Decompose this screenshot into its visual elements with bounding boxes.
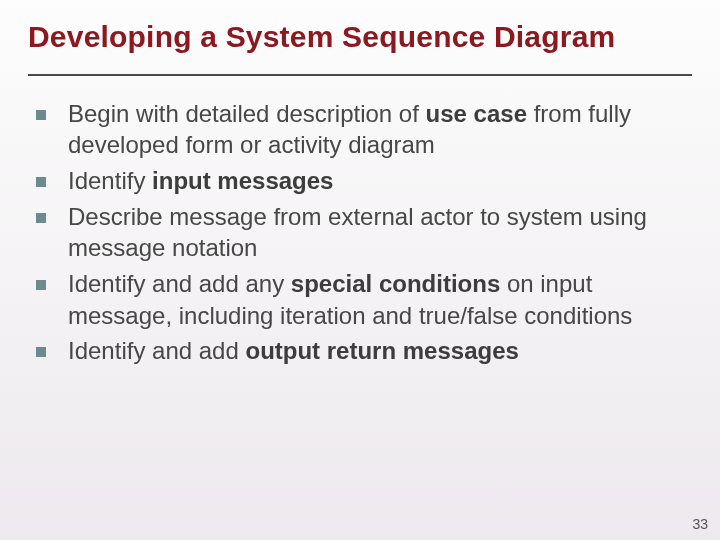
text-pre: Begin with detailed description of [68, 100, 426, 127]
text-pre: Identify and add [68, 337, 245, 364]
text-bold: use case [426, 100, 527, 127]
list-item-text: Identify input messages [68, 165, 690, 197]
list-item: Begin with detailed description of use c… [36, 98, 690, 161]
text-pre: Describe message from external actor to … [68, 203, 647, 262]
list-item-text: Describe message from external actor to … [68, 201, 690, 264]
text-bold: output return messages [245, 337, 518, 364]
slide-title: Developing a System Sequence Diagram [28, 18, 692, 56]
text-bold: special conditions [291, 270, 500, 297]
slide-body: Begin with detailed description of use c… [28, 98, 692, 367]
text-pre: Identify [68, 167, 152, 194]
slide: Developing a System Sequence Diagram Beg… [0, 0, 720, 367]
list-item: Identify input messages [36, 165, 690, 197]
list-item: Describe message from external actor to … [36, 201, 690, 264]
page-number: 33 [692, 516, 708, 532]
square-bullet-icon [36, 213, 46, 223]
list-item-text: Begin with detailed description of use c… [68, 98, 690, 161]
list-item-text: Identify and add output return messages [68, 335, 690, 367]
text-pre: Identify and add any [68, 270, 291, 297]
square-bullet-icon [36, 347, 46, 357]
square-bullet-icon [36, 177, 46, 187]
list-item: Identify and add output return messages [36, 335, 690, 367]
square-bullet-icon [36, 110, 46, 120]
text-bold: input messages [152, 167, 333, 194]
list-item-text: Identify and add any special conditions … [68, 268, 690, 331]
divider [28, 74, 692, 76]
list-item: Identify and add any special conditions … [36, 268, 690, 331]
square-bullet-icon [36, 280, 46, 290]
